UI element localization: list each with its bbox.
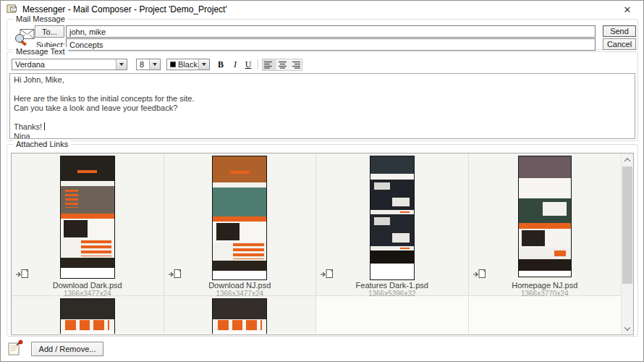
subject-input[interactable]: [66, 38, 596, 51]
color-swatch: [170, 62, 176, 67]
toolbar-separator: [258, 59, 258, 70]
attachment-filename: Download Dark.psd: [12, 282, 164, 290]
vertical-scrollbar[interactable]: [621, 153, 633, 334]
attachment-item[interactable]: Download NJ.psd 1366x3477x24: [164, 153, 317, 296]
empty-cell: [316, 296, 469, 334]
attachments-row-2: [12, 296, 621, 334]
mail-composer-window: Messenger - Mail Composer - Project 'Dem…: [0, 0, 644, 362]
attachment-thumb-area: [469, 156, 622, 281]
attach-note-icon: [7, 340, 24, 358]
font-size-value: 8: [140, 60, 144, 69]
attachment-item[interactable]: [164, 296, 317, 334]
empty-cell: [469, 296, 622, 334]
send-button[interactable]: Send: [603, 25, 636, 37]
scrollbar-thumb[interactable]: [622, 167, 632, 284]
bold-button[interactable]: B: [214, 59, 227, 70]
attachment-thumb-area: [12, 156, 164, 281]
attachment-thumb-area: [164, 156, 316, 281]
font-color-value: Black: [178, 60, 198, 69]
attachment-thumbnail: [518, 156, 572, 277]
underline-button[interactable]: U: [242, 59, 255, 70]
chevron-down-icon[interactable]: [198, 59, 209, 70]
attachment-thumbnail: [212, 156, 267, 280]
font-size-select[interactable]: 8: [136, 59, 161, 70]
message-text-group: Message Text Verdana 8 Black B I U: [7, 51, 638, 141]
message-text-before-cursor: Hi John, Mike, Here are the links to the…: [14, 75, 194, 131]
message-text-group-label: Message Text: [13, 47, 68, 56]
cancel-button[interactable]: Cancel: [603, 38, 636, 50]
to-button[interactable]: To...: [35, 25, 64, 38]
align-right-icon[interactable]: [289, 59, 302, 70]
mail-message-group-label: Mail Message: [13, 14, 68, 23]
scroll-up-icon[interactable]: [622, 153, 633, 166]
font-family-select[interactable]: Verdana: [12, 59, 127, 70]
link-shortcut-icon: [473, 269, 486, 280]
alignment-group: [262, 59, 302, 71]
message-text-after-cursor: Nina: [14, 132, 30, 139]
attachment-thumbnail: [60, 156, 115, 279]
attachment-thumb-area: [12, 298, 164, 334]
attachment-item[interactable]: Homepage NJ.psd 1366x3770x24: [469, 153, 622, 296]
font-color-select[interactable]: Black: [166, 59, 210, 70]
attachment-item[interactable]: [12, 296, 164, 334]
recipients-input[interactable]: [66, 25, 596, 38]
mail-composer-icon: [7, 4, 17, 16]
align-center-icon[interactable]: [276, 59, 289, 70]
link-shortcut-icon: [168, 269, 182, 280]
attachment-thumb-area: [316, 156, 468, 281]
font-family-value: Verdana: [15, 60, 45, 69]
attachment-filename: Homepage NJ.psd: [469, 282, 622, 290]
attached-links-group: Attached Links Download Dark.psd 1366x34…: [7, 144, 638, 337]
chevron-down-icon[interactable]: [116, 59, 127, 70]
attachments-grid: Download Dark.psd 1366x3477x24 Download …: [12, 153, 621, 334]
window-title: Messenger - Mail Composer - Project 'Dem…: [22, 4, 227, 14]
add-remove-button[interactable]: Add / Remove...: [31, 342, 103, 356]
chevron-down-icon[interactable]: [149, 59, 160, 70]
italic-button[interactable]: I: [229, 59, 242, 70]
attachment-filename: Download NJ.psd: [164, 282, 316, 290]
attached-links-group-label: Attached Links: [13, 140, 71, 148]
attachment-thumbnail: [60, 298, 115, 334]
attachment-thumbnail: [212, 298, 267, 334]
scroll-down-icon[interactable]: [622, 322, 633, 334]
message-body[interactable]: Hi John, Mike, Here are the links to the…: [9, 73, 635, 139]
link-shortcut-icon: [15, 269, 29, 280]
close-icon[interactable]: ✕: [622, 4, 633, 15]
titlebar: Messenger - Mail Composer - Project 'Dem…: [1, 1, 643, 18]
link-shortcut-icon: [320, 269, 334, 280]
mail-message-group: Mail Message To... Subject: Send Cancel: [7, 19, 638, 50]
align-left-icon[interactable]: [263, 59, 276, 70]
attachment-filename: Features Dark-1.psd: [316, 282, 468, 290]
attachment-item[interactable]: Download Dark.psd 1366x3477x24: [12, 153, 164, 296]
attachment-thumbnail: [370, 156, 415, 280]
text-cursor: [44, 122, 45, 130]
mail-search-icon: [13, 27, 36, 47]
attached-links-list: Download Dark.psd 1366x3477x24 Download …: [11, 153, 634, 335]
attachments-row-1: Download Dark.psd 1366x3477x24 Download …: [12, 153, 621, 296]
attachment-thumb-area: [164, 298, 316, 334]
attachment-item[interactable]: Features Dark-1.psd 1366x5396x32: [316, 153, 469, 296]
